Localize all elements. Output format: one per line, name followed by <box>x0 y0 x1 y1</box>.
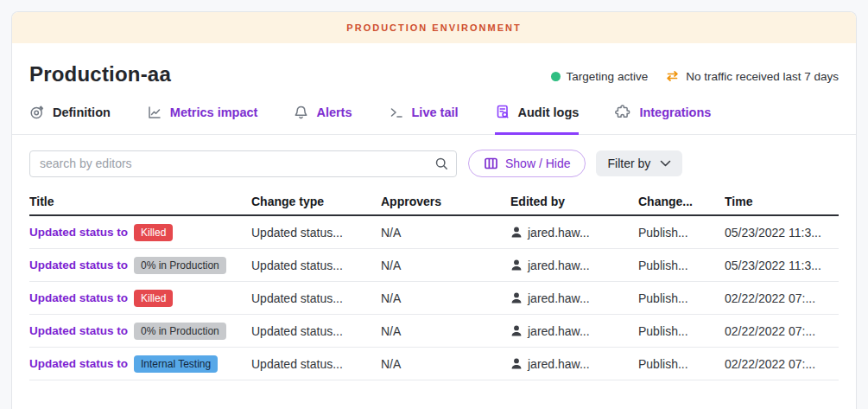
row-title-link[interactable]: Updated status to <box>29 357 128 370</box>
status-badge: 0% in Production <box>134 323 226 340</box>
cell-edited-by-name: jared.haw... <box>528 226 590 240</box>
column-header-approvers: Approvers <box>381 195 510 208</box>
person-icon <box>510 357 523 370</box>
cell-edited-by: jared.haw... <box>510 226 638 240</box>
cell-change: Publish... <box>638 259 725 272</box>
terminal-icon <box>389 105 404 120</box>
cell-approvers: N/A <box>381 291 510 305</box>
cell-time: 02/22/2022 07:... <box>725 291 839 305</box>
tab-label: Integrations <box>639 105 711 119</box>
environment-banner-label: PRODUCTION ENVIRONMENT <box>346 22 521 33</box>
file-search-icon <box>495 104 510 120</box>
cell-edited-by-name: jared.haw... <box>528 259 590 272</box>
traffic-arrows-icon <box>665 69 680 83</box>
person-icon <box>510 324 523 337</box>
tab-label: Audit logs <box>518 105 580 119</box>
cell-change: Publish... <box>638 291 725 305</box>
cell-edited-by-name: jared.haw... <box>528 357 590 371</box>
cell-title: Updated status to 0% in Production <box>29 257 251 274</box>
show-hide-button[interactable]: Show / Hide <box>468 150 586 177</box>
tab-alerts[interactable]: Alerts <box>294 105 352 135</box>
cell-edited-by-name: jared.haw... <box>528 324 590 338</box>
column-header-title: Title <box>29 195 251 208</box>
traffic-status: No traffic received last 7 days <box>665 69 839 83</box>
status-indicators: Targeting active No traffic received las… <box>551 66 839 83</box>
tab-label: Metrics impact <box>170 105 258 119</box>
tab-bar: Definition Metrics impact Alerts <box>12 90 856 135</box>
filter-by-button[interactable]: Filter by <box>596 150 682 176</box>
column-header-change-type: Change type <box>251 195 381 208</box>
status-badge: Killed <box>134 290 173 307</box>
tab-live-tail[interactable]: Live tail <box>389 105 459 135</box>
targeting-status-label: Targeting active <box>567 70 649 83</box>
environment-banner: PRODUCTION ENVIRONMENT <box>12 12 856 43</box>
bell-icon <box>294 105 308 120</box>
cell-title: Updated status to Killed <box>29 224 251 241</box>
row-title-link[interactable]: Updated status to <box>29 259 128 272</box>
table-row[interactable]: Updated status to Killed Updated status.… <box>29 216 839 249</box>
cell-time: 02/22/2022 07:... <box>725 324 839 338</box>
cell-change: Publish... <box>638 226 725 240</box>
tab-label: Definition <box>53 105 111 119</box>
person-icon <box>510 259 523 272</box>
tab-audit-logs[interactable]: Audit logs <box>495 104 580 135</box>
puzzle-icon <box>615 104 631 120</box>
tab-integrations[interactable]: Integrations <box>615 104 711 135</box>
column-header-edited-by: Edited by <box>510 195 638 208</box>
cell-time: 02/22/2022 07:... <box>725 357 839 371</box>
cell-change-type: Updated status... <box>251 324 381 338</box>
table-row[interactable]: Updated status to Killed Updated status.… <box>29 282 839 315</box>
status-badge: 0% in Production <box>134 257 226 274</box>
cell-approvers: N/A <box>381 259 510 272</box>
column-header-change: Change... <box>638 195 725 208</box>
columns-icon <box>484 157 498 170</box>
column-header-time: Time <box>725 195 839 208</box>
cell-title: Updated status to 0% in Production <box>29 323 251 340</box>
cell-approvers: N/A <box>381 324 510 338</box>
cell-time: 05/23/2022 11:3... <box>725 259 839 272</box>
chart-icon <box>147 105 162 120</box>
audit-toolbar: Show / Hide Filter by <box>12 135 856 188</box>
row-title-link[interactable]: Updated status to <box>29 324 128 337</box>
cell-change-type: Updated status... <box>251 226 381 240</box>
tab-definition[interactable]: Definition <box>29 105 111 135</box>
cell-edited-by-name: jared.haw... <box>528 291 590 305</box>
tab-metrics-impact[interactable]: Metrics impact <box>147 105 258 135</box>
cell-approvers: N/A <box>381 226 510 240</box>
cell-change-type: Updated status... <box>251 259 381 272</box>
flag-detail-card: PRODUCTION ENVIRONMENT Production-aa Tar… <box>11 11 857 409</box>
cell-edited-by: jared.haw... <box>510 259 638 272</box>
tab-label: Live tail <box>412 105 459 119</box>
cell-change-type: Updated status... <box>251 357 381 371</box>
audit-log-table: Title Change type Approvers Edited by Ch… <box>12 188 856 380</box>
table-header-row: Title Change type Approvers Edited by Ch… <box>29 188 839 216</box>
page-title: Production-aa <box>29 62 171 86</box>
search-icon <box>434 157 449 175</box>
cell-time: 05/23/2022 11:3... <box>725 226 839 240</box>
cell-change: Publish... <box>638 357 725 371</box>
chevron-down-icon <box>660 160 671 168</box>
tab-label: Alerts <box>316 105 352 119</box>
cell-edited-by: jared.haw... <box>510 291 638 305</box>
row-title-link[interactable]: Updated status to <box>29 291 128 304</box>
targeting-status: Targeting active <box>551 70 649 83</box>
table-row[interactable]: Updated status to 0% in Production Updat… <box>29 315 839 348</box>
cell-change-type: Updated status... <box>251 291 381 305</box>
person-icon <box>510 226 523 239</box>
status-badge: Killed <box>134 224 173 241</box>
table-row[interactable]: Updated status to 0% in Production Updat… <box>29 249 839 282</box>
search-wrap <box>29 150 457 177</box>
traffic-status-label: No traffic received last 7 days <box>686 70 839 83</box>
cell-title: Updated status to Killed <box>29 290 251 307</box>
row-title-link[interactable]: Updated status to <box>29 226 128 239</box>
filter-by-label: Filter by <box>607 157 650 170</box>
cell-edited-by: jared.haw... <box>510 324 638 338</box>
table-row[interactable]: Updated status to Internal Testing Updat… <box>29 348 839 380</box>
status-badge: Internal Testing <box>134 355 218 373</box>
search-input[interactable] <box>29 150 457 177</box>
green-dot-icon <box>551 72 561 81</box>
show-hide-label: Show / Hide <box>505 157 570 170</box>
cell-title: Updated status to Internal Testing <box>29 355 251 373</box>
goal-icon <box>29 105 45 120</box>
person-icon <box>510 291 523 304</box>
